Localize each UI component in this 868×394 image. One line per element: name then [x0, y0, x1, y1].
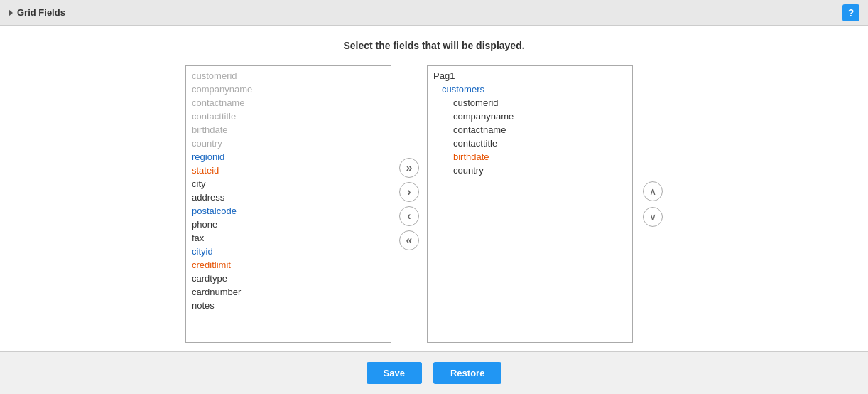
left-list-item[interactable]: creditlimit [186, 258, 391, 272]
left-list-item[interactable]: address [186, 191, 391, 204]
help-button[interactable]: ? [842, 4, 859, 21]
left-list-item[interactable]: customerid [186, 69, 391, 82]
left-list-item[interactable]: city [186, 177, 391, 191]
right-list-item[interactable]: customers [428, 82, 632, 96]
move-down-button[interactable]: ∨ [643, 207, 663, 227]
left-list-item[interactable]: notes [186, 299, 391, 312]
subtitle-bold: fields [393, 40, 419, 51]
header: Grid Fields ? [0, 0, 868, 26]
right-list-item[interactable]: contacttitle [428, 137, 632, 150]
right-list-item[interactable]: birthdate [428, 150, 632, 164]
left-list-item[interactable]: stateid [186, 164, 391, 177]
left-list-item[interactable]: cityid [186, 245, 391, 258]
right-list-item[interactable]: customerid [428, 96, 632, 110]
move-all-right-button[interactable]: » [399, 158, 419, 178]
main-content: Select the fields that will be displayed… [0, 26, 868, 351]
right-list-item[interactable]: country [428, 164, 632, 177]
left-list-item[interactable]: phone [186, 218, 391, 231]
subtitle-text-after: that will be displayed. [419, 40, 525, 51]
order-buttons-group: ∧ ∨ [639, 65, 667, 343]
left-list-box[interactable]: customeridcompanynamecontactnamecontactt… [185, 65, 391, 343]
move-all-left-button[interactable]: « [399, 230, 419, 250]
left-list-item[interactable]: contacttitle [186, 110, 391, 123]
subtitle: Select the fields that will be displayed… [343, 40, 524, 51]
triangle-icon [9, 9, 13, 16]
move-right-button[interactable]: › [399, 182, 419, 202]
left-list-item[interactable]: cardtype [186, 272, 391, 285]
left-list-item[interactable]: companyname [186, 82, 391, 96]
left-list-item[interactable]: cardnumber [186, 285, 391, 299]
left-list-item[interactable]: fax [186, 231, 391, 245]
save-button[interactable]: Save [367, 362, 422, 384]
left-list-item[interactable]: contactname [186, 96, 391, 110]
move-left-button[interactable]: ‹ [399, 206, 419, 226]
left-list-item[interactable]: regionid [186, 150, 391, 164]
right-list-item[interactable]: contactname [428, 123, 632, 137]
footer: Save Restore [0, 351, 868, 394]
left-list-item[interactable]: postalcode [186, 204, 391, 218]
page-title: Grid Fields [17, 7, 65, 18]
left-list-item[interactable]: country [186, 137, 391, 150]
panels-container: customeridcompanynamecontactnamecontactt… [185, 65, 683, 343]
header-title-group: Grid Fields [9, 7, 65, 18]
subtitle-text-before: Select the [343, 40, 393, 51]
left-list-item[interactable]: birthdate [186, 123, 391, 137]
right-list-box[interactable]: Pag1customerscustomeridcompanynamecontac… [427, 65, 633, 343]
right-list-item[interactable]: Pag1 [428, 69, 632, 82]
right-list-item[interactable]: companyname [428, 110, 632, 123]
transfer-buttons-group: » › ‹ « [391, 65, 427, 343]
move-up-button[interactable]: ∧ [643, 181, 663, 201]
restore-button[interactable]: Restore [433, 362, 501, 384]
